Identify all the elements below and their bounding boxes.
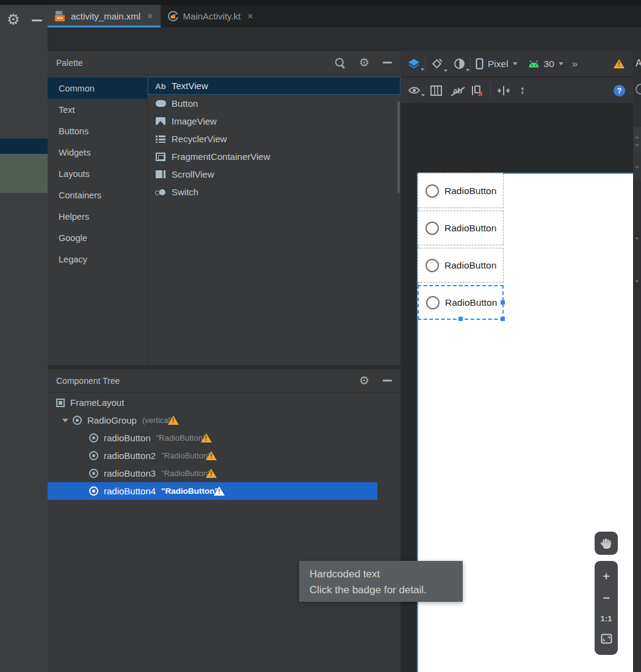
theme-icon[interactable] xyxy=(454,58,465,70)
radiobutton-icon xyxy=(89,486,98,496)
orientation-icon[interactable] xyxy=(430,57,443,70)
zoom-actual-button[interactable]: 1:1 xyxy=(601,614,612,623)
palette-body: Common Text Buttons Widgets Layouts Cont… xyxy=(48,74,400,365)
editor-tab[interactable]: activity_main.xml xyxy=(48,5,161,27)
api-level-selector[interactable]: 30 xyxy=(544,59,554,70)
palette-scrollbar[interactable] xyxy=(397,101,400,193)
pan-hand-button[interactable] xyxy=(595,532,618,555)
tree-node[interactable]: radioButton "RadioButton" xyxy=(48,429,377,447)
tree-node[interactable]: RadioGroup (vertical) xyxy=(48,411,377,429)
help-icon[interactable] xyxy=(614,85,625,96)
window-top-strip xyxy=(0,0,641,5)
radio-button-widget[interactable]: RadioButton xyxy=(418,248,504,283)
editor-tab[interactable]: MainActivity.kt xyxy=(161,5,261,27)
gear-icon[interactable]: ⚙ xyxy=(359,57,369,68)
palette-header: Palette ⚙ xyxy=(48,51,400,74)
remove-constraints-icon[interactable] xyxy=(471,85,484,96)
android-studio-layout-editor: ⚙ activity_main.xml MainActivity.kt Pale… xyxy=(0,0,641,672)
radio-group-preview: RadioButton RadioButton RadioButton xyxy=(418,173,504,322)
palette-item[interactable]: Switch xyxy=(148,183,400,201)
tree-node[interactable]: radioButton4 "RadioButton" xyxy=(48,482,377,500)
palette-category[interactable]: Containers xyxy=(48,184,147,206)
tree-node[interactable]: radioButton2 "RadioButton" xyxy=(48,447,377,464)
palette-item[interactable]: ImageView xyxy=(148,112,400,130)
editor-tab-bar: activity_main.xml MainActivity.kt xyxy=(48,5,641,27)
zoom-out-button[interactable]: − xyxy=(603,592,609,604)
settings-gear-icon[interactable]: ⚙ xyxy=(7,11,20,28)
warning-badge-icon[interactable] xyxy=(201,433,212,443)
rail-green-block xyxy=(0,154,48,193)
left-rail: ⚙ xyxy=(0,5,48,672)
warning-badge-icon[interactable] xyxy=(206,451,217,460)
blueprint-columns-icon[interactable] xyxy=(430,85,442,96)
tree-node[interactable]: radioButton3 "RadioButton" xyxy=(48,464,377,482)
radio-circle-icon xyxy=(426,184,439,198)
palette-category[interactable]: Google xyxy=(48,227,147,248)
tooltip-line2: Click the badge for detail. xyxy=(310,582,452,598)
radio-circle-icon xyxy=(426,259,439,272)
component-tree-panel: Component Tree ⚙ FrameLayout RadioGroup … xyxy=(48,369,400,672)
minimize-icon[interactable] xyxy=(32,20,42,21)
zoom-in-button[interactable]: + xyxy=(603,570,609,582)
gear-icon[interactable]: ⚙ xyxy=(359,375,369,386)
design-toolbar-row1: Pixel 30 » xyxy=(400,51,633,77)
chevron-down-icon xyxy=(559,62,563,65)
resize-handle[interactable] xyxy=(458,317,463,321)
palette-item[interactable]: RecyclerView xyxy=(148,130,400,148)
palette-category[interactable]: Layouts xyxy=(48,163,147,184)
palette-items: TextView Button ImageView RecyclerView F… xyxy=(148,74,400,365)
right-edge-strip xyxy=(633,51,641,672)
palette-category[interactable]: Common xyxy=(48,78,147,99)
palette-title: Palette xyxy=(56,58,83,68)
view-options-eye-icon[interactable] xyxy=(408,86,421,95)
radiobutton-icon xyxy=(89,433,98,443)
warning-badge-icon[interactable] xyxy=(168,416,179,425)
recyclerview-icon xyxy=(156,135,165,143)
component-tree-body: FrameLayout RadioGroup (vertical) radioB… xyxy=(48,394,400,672)
resize-handle[interactable] xyxy=(501,300,505,305)
minimize-icon[interactable] xyxy=(383,380,392,381)
close-icon[interactable] xyxy=(247,12,253,21)
search-icon[interactable] xyxy=(334,57,346,68)
component-tree-title: Component Tree xyxy=(56,376,120,386)
zoom-fit-button[interactable] xyxy=(601,634,612,646)
no-text-icon[interactable] xyxy=(452,86,463,95)
radio-button-widget[interactable]: RadioButton xyxy=(418,285,504,320)
design-surface-icon[interactable] xyxy=(408,59,420,69)
resize-handle[interactable] xyxy=(501,317,505,321)
radio-button-widget[interactable]: RadioButton xyxy=(418,211,504,245)
palette-item[interactable]: Button xyxy=(148,95,400,112)
palette-category[interactable]: Legacy xyxy=(48,248,147,270)
minimize-icon[interactable] xyxy=(383,62,392,63)
align-horizontal-center-icon[interactable] xyxy=(497,85,510,96)
button-w-icon xyxy=(156,100,166,107)
imageview-icon xyxy=(156,117,165,125)
design-toolbar-row2: ↕ xyxy=(400,78,633,104)
chevron-down-icon[interactable] xyxy=(62,419,68,422)
scrollview-icon xyxy=(156,170,165,178)
palette-item[interactable]: FragmentContainerView xyxy=(148,148,400,165)
tree-node[interactable]: FrameLayout xyxy=(48,394,377,411)
textview-icon xyxy=(155,81,165,91)
device-selector[interactable]: Pixel xyxy=(488,59,509,70)
palette-category[interactable]: Text xyxy=(48,99,147,120)
warning-badge-icon[interactable] xyxy=(214,486,225,496)
zoom-controls: + − 1:1 xyxy=(595,561,618,655)
radio-button-widget[interactable]: RadioButton xyxy=(418,173,504,208)
palette-item[interactable]: TextView xyxy=(148,77,400,95)
toolbar-overflow[interactable]: » xyxy=(572,58,578,70)
layout-warning-icon[interactable] xyxy=(614,59,625,68)
expand-vertical-icon[interactable]: ↕ xyxy=(520,84,526,97)
palette-category[interactable]: Helpers xyxy=(48,206,147,227)
radiobutton-icon xyxy=(89,469,98,478)
warning-badge-icon[interactable] xyxy=(206,469,217,478)
palette-categories: Common Text Buttons Widgets Layouts Cont… xyxy=(48,74,148,365)
android-icon xyxy=(527,60,540,68)
palette-category[interactable]: Widgets xyxy=(48,142,147,163)
close-icon[interactable] xyxy=(147,12,153,21)
palette-item[interactable]: ScrollView xyxy=(148,165,400,183)
radio-circle-icon xyxy=(426,296,440,309)
layout-xml-icon xyxy=(55,11,66,21)
palette-category[interactable]: Buttons xyxy=(48,120,147,142)
palette-panel: Palette ⚙ Common Text Buttons Widgets xyxy=(48,51,400,365)
